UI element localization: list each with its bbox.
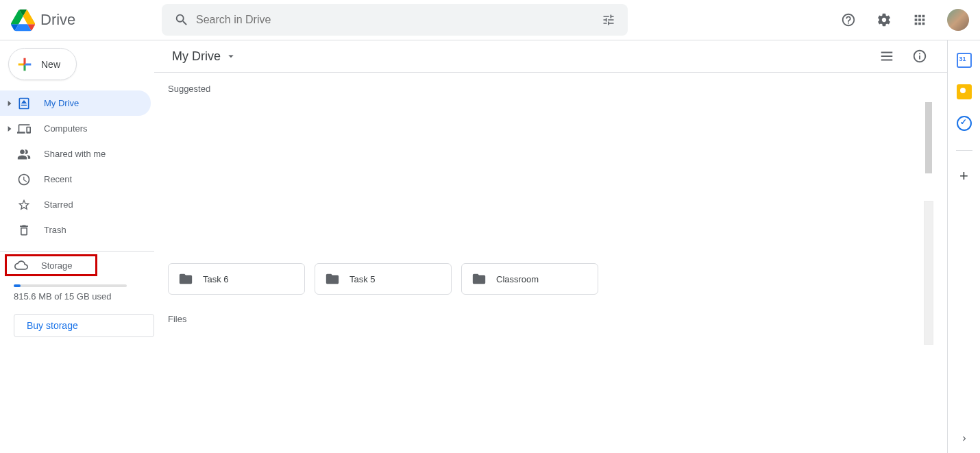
recent-icon <box>16 172 32 187</box>
nav-label: My Drive <box>44 98 79 108</box>
nav-recent[interactable]: Recent <box>0 167 151 192</box>
storage-bar <box>14 284 127 287</box>
nav-label: Recent <box>44 174 72 184</box>
sidebar: New My Drive Computers Shared with me Re… <box>0 40 154 453</box>
folder-icon <box>325 271 340 286</box>
shared-icon <box>16 147 32 162</box>
app-header: Drive <box>0 0 980 40</box>
keep-app-icon[interactable] <box>957 84 972 99</box>
info-icon <box>912 49 927 64</box>
starred-icon <box>16 197 32 212</box>
drive-logo-icon <box>11 8 35 32</box>
plus-icon <box>15 55 34 74</box>
cloud-icon <box>14 258 29 273</box>
mini-scrollbar[interactable] <box>924 102 933 273</box>
storage-bar-fill <box>14 284 21 287</box>
hide-sidepanel-button[interactable] <box>959 434 969 446</box>
nav-list: My Drive Computers Shared with me Recent… <box>0 90 154 243</box>
folder-card[interactable]: Classroom <box>461 263 598 295</box>
nav-starred[interactable]: Starred <box>0 192 151 217</box>
search-bar[interactable] <box>162 4 628 36</box>
folder-name: Task 6 <box>203 274 229 284</box>
nav-trash[interactable]: Trash <box>0 217 151 243</box>
logo-area[interactable]: Drive <box>11 8 162 32</box>
new-button[interactable]: New <box>8 48 77 80</box>
nav-storage[interactable]: Storage <box>5 254 97 276</box>
storage-text: 815.6 MB of 15 GB used <box>14 291 154 302</box>
content-area: Suggested Task 6 Task 5 Classro <box>154 73 947 453</box>
account-avatar[interactable] <box>947 9 969 31</box>
list-view-button[interactable] <box>873 42 901 70</box>
folder-card[interactable]: Task 5 <box>315 263 452 295</box>
folder-card[interactable]: Task 6 <box>168 263 305 295</box>
nav-label: Shared with me <box>44 149 106 159</box>
scrollbar-thumb[interactable] <box>925 102 932 173</box>
calendar-app-icon[interactable] <box>957 53 972 68</box>
scrollbar-thumb[interactable] <box>924 201 933 345</box>
folder-icon <box>471 271 487 286</box>
computers-icon <box>16 121 32 136</box>
breadcrumb-my-drive[interactable]: My Drive <box>172 49 237 64</box>
toolbar: My Drive <box>154 40 947 73</box>
nav-label: Trash <box>44 225 66 235</box>
nav-label: Starred <box>44 199 73 210</box>
folder-name: Task 5 <box>350 274 376 284</box>
expand-arrow-icon[interactable] <box>5 101 14 106</box>
search-icon <box>174 12 189 27</box>
help-icon <box>841 12 856 27</box>
nav-shared[interactable]: Shared with me <box>0 141 151 167</box>
side-panel-divider <box>956 150 972 151</box>
my-drive-icon <box>16 96 32 111</box>
details-button[interactable] <box>906 42 933 70</box>
new-button-label: New <box>41 59 60 70</box>
tasks-app-icon[interactable] <box>957 116 972 131</box>
app-title: Drive <box>40 11 75 29</box>
dropdown-icon <box>225 50 237 62</box>
storage-label: Storage <box>41 260 73 271</box>
addons-button[interactable]: + <box>959 169 968 184</box>
list-icon <box>879 49 894 64</box>
nav-computers[interactable]: Computers <box>0 116 151 141</box>
folder-icon <box>178 271 193 286</box>
support-button[interactable] <box>835 6 862 34</box>
header-actions <box>835 6 980 34</box>
gear-icon <box>877 12 892 27</box>
expand-arrow-icon[interactable] <box>5 126 14 132</box>
suggested-label: Suggested <box>168 84 929 94</box>
suggested-area <box>168 102 929 263</box>
side-panel: + <box>947 40 980 453</box>
folders-row: Task 6 Task 5 Classroom <box>168 263 929 295</box>
sidebar-divider <box>0 251 154 252</box>
files-label: Files <box>168 314 929 324</box>
nav-my-drive[interactable]: My Drive <box>0 90 151 116</box>
nav-label: Computers <box>44 123 88 134</box>
breadcrumb-label: My Drive <box>172 49 221 64</box>
buy-storage-button[interactable]: Buy storage <box>14 314 154 337</box>
main: My Drive Suggested Task 6 <box>154 40 947 453</box>
tune-icon <box>602 13 615 27</box>
apps-button[interactable] <box>906 6 933 34</box>
trash-icon <box>16 223 32 238</box>
search-input[interactable] <box>196 14 595 26</box>
folder-name: Classroom <box>496 274 539 284</box>
search-options-button[interactable] <box>595 6 622 34</box>
settings-button[interactable] <box>870 6 898 34</box>
apps-icon <box>912 12 927 27</box>
